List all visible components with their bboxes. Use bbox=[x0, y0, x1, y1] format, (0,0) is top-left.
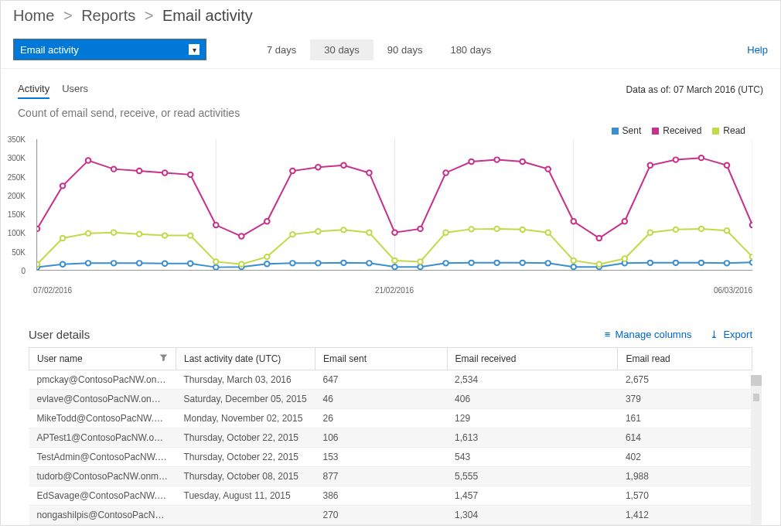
x-tick-label: 07/02/2016 bbox=[33, 286, 72, 295]
svg-point-63 bbox=[37, 262, 39, 267]
svg-point-88 bbox=[674, 227, 679, 232]
svg-point-77 bbox=[392, 258, 397, 263]
breadcrumb-reports[interactable]: Reports bbox=[81, 7, 135, 24]
cell-read: 1,988 bbox=[618, 467, 752, 486]
cell-read: 379 bbox=[618, 390, 752, 409]
svg-point-56 bbox=[596, 236, 602, 240]
manage-columns-button[interactable]: ≡ Manage columns bbox=[605, 329, 692, 340]
breadcrumb-current: Email activity bbox=[162, 7, 253, 24]
svg-point-82 bbox=[520, 227, 525, 232]
tab-activity[interactable]: Activity bbox=[18, 80, 49, 99]
legend-read[interactable]: Read bbox=[712, 125, 745, 136]
svg-point-42 bbox=[239, 234, 244, 238]
cell-date bbox=[176, 506, 315, 525]
svg-point-86 bbox=[622, 256, 628, 261]
export-button[interactable]: ⤓ Export bbox=[710, 329, 752, 340]
svg-point-69 bbox=[188, 233, 193, 237]
legend-received-label: Received bbox=[663, 125, 701, 136]
cell-date: Thursday, October 22, 2015 bbox=[176, 428, 315, 448]
cell-date: Thursday, October 08, 2015 bbox=[176, 467, 315, 486]
svg-point-80 bbox=[469, 227, 474, 231]
help-link[interactable]: Help bbox=[747, 44, 768, 56]
scrollbar-thumb[interactable] bbox=[753, 394, 759, 401]
cell-sent: 46 bbox=[315, 390, 448, 409]
table-row[interactable]: MikeTodd@ContosoPacNW.on...Monday, Novem… bbox=[29, 409, 752, 428]
svg-point-59 bbox=[674, 157, 679, 162]
svg-point-61 bbox=[725, 163, 730, 168]
svg-point-45 bbox=[315, 165, 321, 169]
svg-point-83 bbox=[545, 230, 551, 235]
tab-users[interactable]: Users bbox=[62, 80, 88, 99]
details-title: User details bbox=[29, 328, 90, 341]
svg-point-75 bbox=[341, 227, 346, 232]
cell-read: 614 bbox=[618, 428, 752, 448]
cell-date: Saturday, December 05, 2015 bbox=[176, 390, 315, 409]
legend-received-swatch bbox=[652, 128, 659, 135]
data-as-of-label: Data as of: 07 March 2016 (UTC) bbox=[626, 84, 763, 95]
cell-date: Tuesday, August 11, 2015 bbox=[176, 486, 315, 506]
cell-sent: 877 bbox=[315, 467, 448, 486]
table-row[interactable]: TestAdmin@ContosoPacNW.on...Thursday, Oc… bbox=[29, 448, 752, 467]
cell-sent: 153 bbox=[315, 448, 448, 467]
col-header-received[interactable]: Email received bbox=[447, 348, 618, 370]
legend-sent[interactable]: Sent bbox=[612, 125, 642, 136]
col-header-sent[interactable]: Email sent bbox=[315, 348, 448, 370]
legend-received[interactable]: Received bbox=[652, 125, 701, 136]
legend-read-label: Read bbox=[723, 125, 745, 136]
cell-received: 406 bbox=[447, 390, 618, 409]
report-type-dropdown[interactable]: Email activity ▾ bbox=[13, 39, 206, 60]
svg-point-37 bbox=[111, 166, 117, 171]
svg-point-78 bbox=[418, 259, 423, 264]
cell-sent: 106 bbox=[315, 428, 448, 448]
breadcrumb-home[interactable]: Home bbox=[13, 7, 54, 24]
range-90days[interactable]: 90 days bbox=[373, 39, 437, 60]
filter-icon[interactable] bbox=[159, 353, 168, 364]
table-row[interactable]: EdSavage@ContosoPacNW.on...Tuesday, Augu… bbox=[29, 486, 752, 506]
chart-y-axis: 050K100K150K200K250K300K350K bbox=[5, 139, 29, 271]
col-header-date[interactable]: Last activity date (UTC) bbox=[176, 348, 315, 370]
svg-point-41 bbox=[213, 223, 219, 227]
svg-point-50 bbox=[443, 170, 448, 175]
range-30days[interactable]: 30 days bbox=[310, 39, 373, 60]
range-7days[interactable]: 7 days bbox=[253, 39, 310, 60]
cell-read: 1,570 bbox=[618, 486, 752, 506]
svg-point-73 bbox=[290, 232, 295, 237]
legend-read-swatch bbox=[712, 128, 719, 135]
legend-sent-swatch bbox=[612, 128, 619, 135]
table-row[interactable]: evlave@ContosoPacNW.onmicr...Saturday, D… bbox=[29, 390, 752, 409]
svg-point-55 bbox=[571, 219, 576, 223]
chart-plot-area bbox=[36, 139, 752, 271]
y-tick-label: 300K bbox=[8, 154, 26, 162]
svg-point-70 bbox=[213, 259, 219, 264]
table-row[interactable]: tudorb@ContosoPacNW.onmicr...Thursday, O… bbox=[29, 467, 752, 486]
table-scrollbar[interactable] bbox=[751, 375, 762, 525]
svg-point-58 bbox=[648, 163, 653, 168]
svg-point-20 bbox=[418, 264, 423, 269]
table-row[interactable]: nongashilpis@ContosoPacNW.o...2701,3041,… bbox=[29, 506, 752, 525]
cell-received: 2,534 bbox=[447, 370, 618, 390]
svg-point-87 bbox=[648, 230, 653, 235]
cell-read: 1,412 bbox=[618, 506, 752, 525]
breadcrumb-sep: > bbox=[145, 7, 154, 24]
scrollbar-up-arrow[interactable] bbox=[751, 375, 762, 386]
range-180days[interactable]: 180 days bbox=[436, 39, 505, 60]
table-row[interactable]: pmckay@ContosoPacNW.onmicr...Thursday, M… bbox=[29, 370, 752, 390]
cell-sent: 26 bbox=[315, 409, 448, 428]
svg-point-46 bbox=[341, 163, 346, 168]
svg-point-79 bbox=[443, 230, 448, 235]
cell-sent: 647 bbox=[315, 370, 448, 390]
table-row[interactable]: APTest1@ContosoPacNW.onmi...Thursday, Oc… bbox=[29, 428, 752, 448]
cell-date: Thursday, October 22, 2015 bbox=[176, 448, 315, 467]
chart-legend: Sent Received Read bbox=[1, 125, 780, 139]
svg-point-74 bbox=[315, 229, 321, 234]
svg-point-68 bbox=[162, 233, 168, 237]
y-tick-label: 0 bbox=[21, 267, 26, 275]
col-header-user[interactable]: User name bbox=[29, 348, 176, 370]
col-header-user-label: User name bbox=[37, 353, 83, 364]
cell-user: APTest1@ContosoPacNW.onmi... bbox=[29, 428, 176, 448]
x-tick-label: 21/02/2016 bbox=[375, 286, 414, 295]
col-header-read[interactable]: Email read bbox=[618, 348, 752, 370]
cell-user: evlave@ContosoPacNW.onmicr... bbox=[29, 390, 176, 409]
svg-point-91 bbox=[750, 254, 752, 259]
cell-sent: 270 bbox=[315, 506, 448, 525]
